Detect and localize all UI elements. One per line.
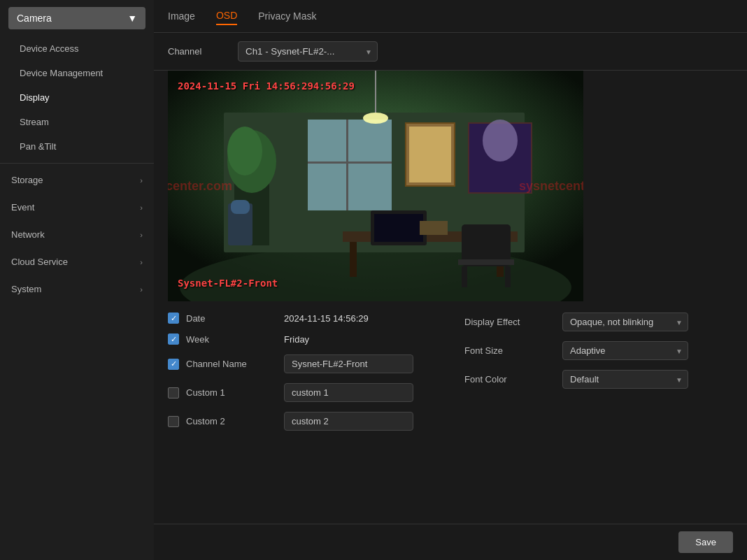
- svg-rect-14: [409, 127, 451, 182]
- svg-rect-23: [505, 266, 511, 287]
- custom1-row: Custom 1: [168, 383, 436, 402]
- chevron-right-icon: ›: [140, 285, 143, 294]
- font-color-select-wrapper: Default: [562, 370, 688, 389]
- svg-rect-25: [374, 214, 423, 242]
- display-effect-select[interactable]: Opaque, not blinking: [562, 313, 688, 331]
- week-checkbox[interactable]: [168, 333, 179, 345]
- font-size-select-wrapper: Adaptive: [562, 341, 688, 360]
- svg-rect-12: [231, 200, 250, 214]
- channel-label: Channel: [168, 46, 224, 57]
- sidebar-section-label: Network: [11, 229, 45, 240]
- sidebar-item-display[interactable]: Display: [0, 85, 154, 110]
- custom1-checkbox[interactable]: [168, 387, 179, 399]
- sidebar: Camera ▼ Device Access Device Management…: [0, 0, 154, 560]
- channel-select-wrapper: Ch1 - Sysnet-FL#2-...: [238, 41, 378, 62]
- tab-osd[interactable]: OSD: [216, 7, 237, 25]
- sidebar-section-event[interactable]: Event ›: [0, 195, 154, 220]
- date-value: 2024-11-15 14:56:29: [284, 313, 382, 324]
- font-size-select[interactable]: Adaptive: [562, 341, 688, 360]
- channel-select[interactable]: Ch1 - Sysnet-FL#2-...: [238, 41, 378, 62]
- display-effect-select-wrapper: Opaque, not blinking: [562, 313, 688, 331]
- svg-point-16: [483, 120, 518, 161]
- svg-rect-5: [308, 161, 392, 164]
- chevron-right-icon: ›: [140, 203, 143, 212]
- channel-row: Channel Ch1 - Sysnet-FL#2-...: [154, 33, 747, 71]
- custom2-input[interactable]: [284, 412, 413, 431]
- week-row: Week Friday: [168, 333, 436, 345]
- tab-privacy-mask[interactable]: Privacy Mask: [258, 8, 316, 24]
- sidebar-item-label: Device Access: [20, 43, 79, 54]
- date-checkbox[interactable]: [168, 313, 179, 324]
- sidebar-item-label: Stream: [20, 117, 49, 127]
- sidebar-item-label: Device Management: [20, 68, 103, 78]
- watermark-left: sysnetcenter.com: [168, 179, 232, 194]
- osd-datetime: 2024-11-15 Fri 14:56:294:56:29: [178, 80, 355, 92]
- svg-rect-4: [346, 120, 348, 210]
- chevron-right-icon: ›: [140, 231, 143, 239]
- tab-image[interactable]: Image: [168, 8, 195, 24]
- svg-rect-3: [308, 120, 392, 210]
- camera-dropdown[interactable]: Camera ▼: [8, 7, 145, 29]
- osd-channel-name: Sysnet-FL#2-Front: [178, 278, 278, 289]
- settings-right: Display Effect Opaque, not blinking Font…: [436, 313, 733, 512]
- sidebar-section-label: Storage: [11, 175, 43, 185]
- svg-rect-22: [462, 266, 467, 287]
- custom2-row: Custom 2: [168, 412, 436, 431]
- sidebar-section-network[interactable]: Network ›: [0, 222, 154, 247]
- svg-point-10: [227, 127, 262, 175]
- font-color-select[interactable]: Default: [562, 370, 688, 389]
- font-size-row: Font Size Adaptive: [464, 341, 733, 360]
- sidebar-section-cloud-service[interactable]: Cloud Service ›: [0, 250, 154, 274]
- sidebar-item-label: Display: [20, 92, 50, 103]
- sidebar-item-label: Pan &Tilt: [20, 141, 56, 152]
- display-effect-row: Display Effect Opaque, not blinking: [464, 313, 733, 331]
- sidebar-section-system[interactable]: System ›: [0, 277, 154, 301]
- main-content: Image OSD Privacy Mask Channel Ch1 - Sys…: [154, 0, 747, 560]
- svg-rect-18: [350, 242, 357, 277]
- sidebar-section-label: System: [11, 284, 41, 294]
- save-button[interactable]: Save: [678, 531, 733, 553]
- sidebar-item-stream[interactable]: Stream: [0, 110, 154, 134]
- chevron-right-icon: ›: [140, 176, 143, 185]
- custom2-label: Custom 2: [186, 416, 277, 426]
- camera-dropdown-label: Camera: [17, 13, 52, 24]
- sidebar-item-device-access[interactable]: Device Access: [0, 36, 154, 61]
- svg-rect-26: [420, 221, 448, 235]
- font-size-label: Font Size: [464, 345, 555, 356]
- camera-preview: 2024-11-15 Fri 14:56:294:56:29 Sysnet-FL…: [168, 71, 583, 301]
- settings-left: Date 2024-11-15 14:56:29 Week Friday Cha…: [168, 313, 436, 512]
- display-effect-label: Display Effect: [464, 317, 555, 327]
- week-label: Week: [186, 334, 277, 345]
- channel-name-row: Channel Name: [168, 354, 436, 373]
- custom2-checkbox[interactable]: [168, 416, 179, 427]
- svg-rect-21: [458, 259, 514, 265]
- channel-name-label: Channel Name: [186, 359, 277, 369]
- tab-bar: Image OSD Privacy Mask: [154, 0, 747, 33]
- watermark-right: sysnetcenter.com: [519, 179, 583, 194]
- sidebar-section-label: Cloud Service: [11, 257, 68, 267]
- custom1-label: Custom 1: [186, 387, 277, 398]
- sidebar-item-pan-tilt[interactable]: Pan &Tilt: [0, 134, 154, 159]
- chevron-right-icon: ›: [140, 258, 143, 266]
- svg-point-6: [363, 113, 388, 124]
- channel-name-input[interactable]: [284, 354, 413, 373]
- sidebar-section-storage[interactable]: Storage ›: [0, 168, 154, 192]
- channel-name-checkbox[interactable]: [168, 359, 179, 370]
- custom1-input[interactable]: [284, 383, 413, 402]
- footer: Save: [154, 524, 747, 560]
- week-value: Friday: [284, 334, 382, 345]
- camera-dropdown-arrow: ▼: [127, 13, 137, 24]
- settings-area: Date 2024-11-15 14:56:29 Week Friday Cha…: [154, 301, 747, 524]
- font-color-label: Font Color: [464, 374, 555, 385]
- date-row: Date 2024-11-15 14:56:29: [168, 313, 436, 324]
- font-color-row: Font Color Default: [464, 370, 733, 389]
- date-label: Date: [186, 313, 277, 324]
- sidebar-section-label: Event: [11, 202, 34, 213]
- sidebar-item-device-management[interactable]: Device Management: [0, 61, 154, 85]
- camera-preview-inner: 2024-11-15 Fri 14:56:294:56:29 Sysnet-FL…: [168, 71, 583, 301]
